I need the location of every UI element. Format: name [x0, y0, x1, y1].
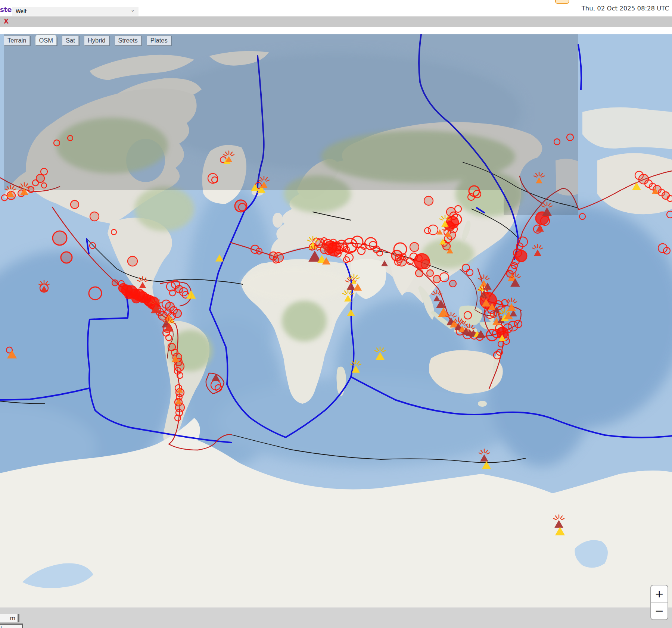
utc-timestamp: Thu, 02 Oct 2025 08:28 UTC	[582, 5, 669, 12]
quake-marker[interactable]	[36, 174, 44, 182]
world-map[interactable]	[0, 34, 672, 607]
quake-marker[interactable]	[410, 243, 419, 251]
layer-button-bar: Terrain OSM Sat Hybrid Streets Plates	[4, 35, 171, 46]
layer-button-plates[interactable]: Plates	[147, 35, 171, 46]
quake-marker[interactable]	[90, 212, 99, 221]
chevron-down-icon: ⌄	[131, 7, 135, 13]
quake-marker[interactable]	[662, 192, 669, 199]
layer-button-sat[interactable]: Sat	[62, 35, 79, 46]
quake-marker[interactable]	[53, 231, 67, 245]
close-icon[interactable]: X	[4, 18, 9, 25]
quake-marker[interactable]	[639, 174, 648, 184]
quake-marker[interactable]	[61, 252, 72, 263]
quake-marker[interactable]	[320, 245, 329, 254]
quake-marker[interactable]	[449, 280, 456, 287]
region-select[interactable]: Welt ⌄	[12, 7, 139, 16]
zoom-control: + −	[650, 585, 668, 620]
zoom-out-button[interactable]: −	[651, 603, 668, 619]
night-overlay	[4, 34, 578, 215]
quake-marker[interactable]	[28, 187, 34, 193]
bottom-bar: m i	[0, 607, 672, 628]
layer-button-hybrid[interactable]: Hybrid	[84, 35, 109, 46]
earthquake-map-app: ste Welt ⌄ Thu, 02 Oct 2025 08:28 UTC X	[0, 0, 672, 628]
quake-marker[interactable]	[132, 294, 141, 303]
partial-orange-button[interactable]	[555, 0, 569, 4]
region-select-value: Welt	[16, 8, 27, 14]
layer-button-terrain[interactable]: Terrain	[4, 35, 30, 46]
quake-marker[interactable]	[128, 256, 137, 266]
list-label-fragment: ste	[0, 6, 12, 13]
quake-marker[interactable]	[433, 275, 441, 283]
panel-bar: X	[0, 16, 672, 27]
zoom-in-button[interactable]: +	[651, 585, 668, 602]
quake-marker[interactable]	[112, 280, 118, 286]
scale-bar-fragment: m	[0, 614, 19, 622]
quake-marker[interactable]	[424, 196, 433, 205]
quake-marker[interactable]	[174, 362, 184, 371]
quake-marker[interactable]	[397, 256, 407, 266]
quake-marker[interactable]	[71, 200, 79, 209]
quake-marker[interactable]	[427, 270, 433, 276]
attribution-fragment[interactable]: i	[0, 624, 23, 628]
layer-button-osm[interactable]: OSM	[35, 34, 57, 46]
quake-marker[interactable]	[416, 269, 423, 277]
quake-marker[interactable]	[516, 250, 527, 262]
quake-marker[interactable]	[421, 260, 430, 269]
layer-button-streets[interactable]: Streets	[115, 35, 141, 46]
header-bar: ste Welt ⌄ Thu, 02 Oct 2025 08:28 UTC	[0, 0, 672, 16]
